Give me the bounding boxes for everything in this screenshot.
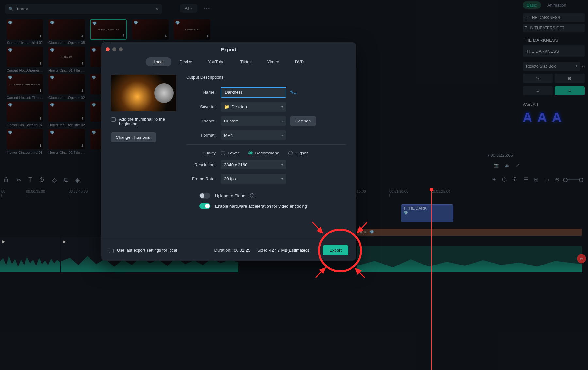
video-clip-3[interactable] xyxy=(357,246,582,272)
template-item[interactable]: 💎⬇Horror Cin…erthird 04 xyxy=(5,102,44,127)
cut-icon[interactable]: ✂ xyxy=(16,176,21,184)
template-thumbnail[interactable]: 💎⬇ xyxy=(7,19,43,40)
snapshot-icon[interactable]: 📷 xyxy=(494,163,499,168)
zoom-slider[interactable] xyxy=(565,179,581,180)
text-layer-item[interactable]: TIN THEATERS OCT xyxy=(523,24,585,32)
download-icon[interactable]: ⬇ xyxy=(81,61,84,66)
download-icon[interactable]: ⬇ xyxy=(39,144,42,148)
template-item[interactable]: 💎⬇Cursed Ho…Opener 01 xyxy=(5,47,44,72)
template-item[interactable]: 💎⬇ xyxy=(131,19,170,45)
ai-rename-icon[interactable]: ✎ₐᵢ xyxy=(290,90,297,95)
align-center-button[interactable]: ≡ xyxy=(555,86,585,95)
video-clip-1[interactable]: ▶ xyxy=(0,237,60,272)
bold-button[interactable]: B xyxy=(555,74,585,83)
download-icon[interactable]: ⬇ xyxy=(81,116,84,121)
export-tab-local[interactable]: Local xyxy=(146,57,172,66)
template-item[interactable]: 💎CURSED HORROR FILM⬇Cursed Ho…ck Title 0… xyxy=(5,74,44,100)
template-item[interactable]: 💎⬇Horror Cin…02 Title 01 xyxy=(47,129,86,154)
minimize-button[interactable] xyxy=(112,47,116,51)
download-icon[interactable]: ⬇ xyxy=(81,34,84,38)
use-last-settings-checkbox[interactable] xyxy=(109,249,114,253)
clear-icon[interactable]: ✕ xyxy=(155,7,159,11)
effect-clip[interactable]: nt 10💎 xyxy=(357,229,582,236)
align-left-button[interactable]: ≡ xyxy=(523,86,553,95)
export-tab-vimeo[interactable]: Vimeo xyxy=(259,57,287,66)
template-thumbnail[interactable]: 💎⬇ xyxy=(48,74,85,94)
template-thumbnail[interactable]: 💎TITLE 04⬇ xyxy=(48,47,85,67)
template-thumbnail[interactable]: 💎⬇ xyxy=(132,19,169,40)
template-thumbnail[interactable]: 💎⬇ xyxy=(7,47,43,67)
template-thumbnail[interactable]: 💎⬇ xyxy=(7,129,43,149)
wordart-preset-1[interactable]: A xyxy=(523,110,532,125)
template-thumbnail[interactable]: 💎HORROR STORY⬇ xyxy=(90,19,127,40)
delete-icon[interactable]: 🗑 xyxy=(3,176,9,184)
search-box[interactable]: 🔍 ✕ xyxy=(5,4,162,14)
template-thumbnail[interactable]: 💎⬇ xyxy=(7,102,43,122)
download-icon[interactable]: ⬇ xyxy=(39,116,42,121)
save-to-select[interactable]: 📁Desktop ▾ xyxy=(221,102,286,112)
text-layer-item[interactable]: TTHE DARKNESS xyxy=(523,13,585,22)
settings-button[interactable]: Settings xyxy=(290,116,316,126)
change-thumbnail-button[interactable]: Change Thumbnail xyxy=(111,132,156,142)
keyframe-icon[interactable]: ◈ xyxy=(75,176,80,184)
search-input[interactable] xyxy=(17,7,152,11)
close-button[interactable] xyxy=(106,47,110,51)
thumbnail-checkbox[interactable] xyxy=(111,117,116,122)
download-icon[interactable]: ⬇ xyxy=(39,61,42,66)
template-item[interactable]: 💎TITLE 04⬇Horror Cin…01 Title 04 xyxy=(47,47,86,72)
format-select[interactable]: MP4▾ xyxy=(221,130,286,140)
fit-icon[interactable]: ▭ xyxy=(544,176,549,183)
speed-icon[interactable]: ⏱ xyxy=(39,176,45,184)
snap-icon[interactable]: ✦ xyxy=(492,176,496,183)
template-item[interactable]: 💎⬇Horror Cin…erthird 03 xyxy=(5,129,44,154)
framerate-select[interactable]: 30 fps▾ xyxy=(221,174,286,184)
quality-lower-radio[interactable]: Lower xyxy=(221,151,239,155)
text-tool-icon[interactable]: T xyxy=(28,176,32,184)
resolution-select[interactable]: 3840 x 2160▾ xyxy=(221,160,286,169)
upload-cloud-toggle[interactable] xyxy=(199,193,210,199)
template-item[interactable]: 💎HORROR STORY⬇Horror… xyxy=(89,19,128,45)
template-item[interactable]: 💎⬇Cinematic…Opener 05 xyxy=(47,19,86,45)
title-clip[interactable]: T THE DARK 💎 xyxy=(401,204,453,222)
download-icon[interactable]: ⬇ xyxy=(164,34,167,38)
tab-basic[interactable]: Basic xyxy=(523,1,541,9)
download-icon[interactable]: ⬇ xyxy=(39,89,42,93)
quality-higher-radio[interactable]: Higher xyxy=(288,151,308,155)
voiceover-icon[interactable]: 🎙 xyxy=(513,177,518,183)
template-item[interactable]: 💎⬇Horror Mo…ter Title 02 xyxy=(47,102,86,127)
template-thumbnail[interactable]: 💎CINEMATIC⬇ xyxy=(174,19,210,40)
template-thumbnail[interactable]: 💎⬇ xyxy=(48,19,85,40)
tab-animation[interactable]: Animation xyxy=(547,1,566,9)
template-thumbnail[interactable]: 💎CURSED HORROR FILM⬇ xyxy=(7,74,43,94)
download-icon[interactable]: ⬇ xyxy=(39,34,42,38)
auto-icon[interactable]: ⊞ xyxy=(534,176,538,183)
name-input[interactable] xyxy=(221,87,286,98)
template-thumbnail[interactable]: 💎⬇ xyxy=(48,102,85,122)
export-tab-tiktok[interactable]: Tiktok xyxy=(233,57,259,66)
marker-icon[interactable]: ⬡ xyxy=(502,176,507,183)
font-select[interactable]: Roboto Slab Bold▾ xyxy=(523,62,580,71)
export-tab-youtube[interactable]: YouTube xyxy=(200,57,233,66)
download-icon[interactable]: ⬇ xyxy=(206,34,209,38)
help-icon[interactable]: ? xyxy=(250,193,254,198)
playhead[interactable] xyxy=(431,189,432,370)
download-icon[interactable]: ⬇ xyxy=(81,89,84,93)
template-item[interactable]: 💎⬇Cinematic…Opener 02 xyxy=(47,74,86,100)
preset-select[interactable]: Custom▾ xyxy=(221,116,286,126)
wordart-preset-3[interactable]: A xyxy=(552,110,562,125)
download-icon[interactable]: ⬇ xyxy=(122,33,125,38)
ripple-cut-icon[interactable]: ✂ xyxy=(577,254,586,263)
quality-recommend-radio[interactable]: Recommend xyxy=(248,151,279,155)
zoom-out-icon[interactable]: ⊖ xyxy=(555,176,559,183)
template-item[interactable]: 💎⬇Cursed Ho…erthird 02 xyxy=(5,19,44,45)
template-thumbnail[interactable]: 💎⬇ xyxy=(48,129,85,149)
mute-icon[interactable]: 🔈 xyxy=(505,163,510,168)
maximize-button[interactable] xyxy=(119,47,123,51)
template-item[interactable]: 💎CINEMATIC⬇ xyxy=(172,19,212,45)
export-tab-device[interactable]: Device xyxy=(172,57,200,66)
fullscreen-icon[interactable]: ⤢ xyxy=(516,163,519,168)
mixer-icon[interactable]: ☰ xyxy=(524,176,528,183)
download-icon[interactable]: ⬇ xyxy=(81,144,84,148)
align-tool-a[interactable]: ⇆ xyxy=(523,74,553,83)
wordart-preset-2[interactable]: A xyxy=(537,110,547,125)
